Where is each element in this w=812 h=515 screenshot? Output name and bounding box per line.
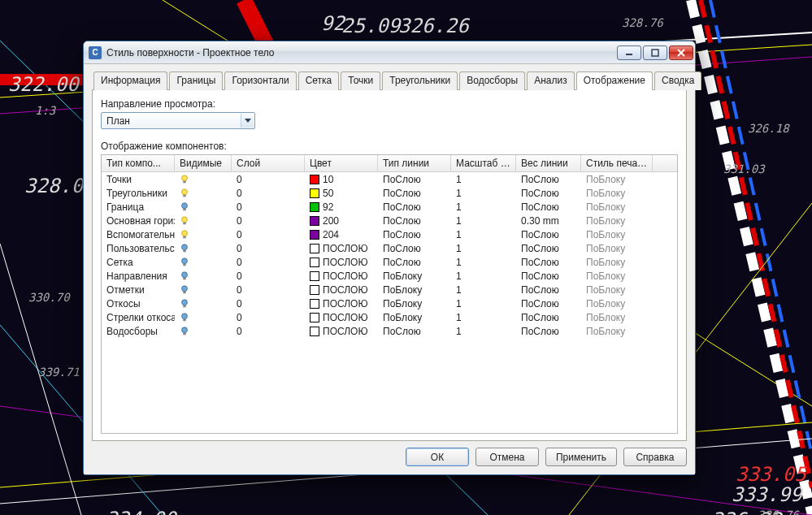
grid-cell[interactable]: ПоСлою: [516, 243, 581, 254]
grid-cell[interactable]: Отметки: [102, 284, 175, 296]
grid-cell[interactable]: [175, 258, 232, 267]
color-swatch[interactable]: [310, 313, 319, 322]
apply-button[interactable]: Применить: [545, 448, 617, 466]
cancel-button[interactable]: Отмена: [475, 448, 539, 466]
grid-cell[interactable]: ПоБлоку: [581, 312, 653, 323]
grid-cell[interactable]: 0: [232, 229, 305, 240]
grid-cell[interactable]: 204: [305, 229, 378, 240]
grid-cell[interactable]: 1: [451, 174, 516, 185]
grid-cell[interactable]: 0: [232, 270, 305, 282]
grid-cell[interactable]: Водосборы: [102, 326, 175, 337]
table-row[interactable]: Вспомогательна0204ПоСлою1ПоСлоюПоБлоку: [102, 227, 677, 241]
color-swatch[interactable]: [310, 327, 319, 336]
color-swatch[interactable]: [310, 244, 319, 253]
grid-cell[interactable]: ПоСлою: [516, 284, 581, 296]
grid-cell[interactable]: [175, 244, 232, 253]
grid-cell[interactable]: ПоСлою: [516, 188, 581, 199]
grid-cell[interactable]: ПОСЛОЮ: [305, 312, 378, 323]
color-swatch[interactable]: [310, 258, 319, 267]
bulb-on-icon[interactable]: [180, 188, 189, 198]
grid-cell[interactable]: 1: [451, 326, 516, 337]
grid-cell[interactable]: [175, 230, 232, 240]
grid-cell[interactable]: 0: [232, 298, 305, 309]
maximize-button[interactable]: [643, 45, 667, 60]
grid-cell[interactable]: Точки: [102, 174, 175, 185]
grid-cell[interactable]: ПоСлою: [516, 298, 581, 309]
bulb-off-icon[interactable]: [180, 299, 189, 309]
table-row[interactable]: Основная гориз0200ПоСлою10.30 mmПоБлоку: [102, 214, 677, 227]
grid-cell[interactable]: 10: [305, 174, 378, 185]
grid-cell[interactable]: ПоБлоку: [581, 201, 653, 213]
grid-cell[interactable]: ПоБлоку: [581, 270, 653, 282]
color-swatch[interactable]: [310, 216, 319, 226]
tab-Горизонтали[interactable]: Горизонтали: [224, 71, 296, 90]
color-swatch[interactable]: [310, 271, 319, 281]
table-row[interactable]: Водосборы0ПОСЛОЮПоСлою1ПоСлоюПоБлоку: [102, 324, 677, 338]
color-swatch[interactable]: [310, 202, 319, 212]
table-row[interactable]: Сетка0ПОСЛОЮПоСлою1ПоСлоюПоБлоку: [102, 255, 677, 269]
bulb-off-icon[interactable]: [180, 258, 189, 267]
grid-cell[interactable]: ПоБлоку: [378, 298, 451, 309]
bulb-off-icon[interactable]: [180, 271, 189, 281]
bulb-on-icon[interactable]: [180, 175, 189, 184]
grid-cell[interactable]: [175, 299, 232, 309]
grid-cell[interactable]: [175, 285, 232, 295]
column-header[interactable]: Стиль печати: [581, 155, 653, 171]
table-row[interactable]: Стрелки откоса0ПОСЛОЮПоБлоку1ПоСлоюПоБло…: [102, 310, 677, 324]
components-grid[interactable]: Тип компо...ВидимыеСлойЦветТип линииМасш…: [101, 154, 678, 434]
help-button[interactable]: Справка: [623, 448, 687, 466]
grid-cell[interactable]: 1: [451, 201, 516, 213]
grid-cell[interactable]: 0: [232, 174, 305, 185]
color-swatch[interactable]: [310, 299, 319, 309]
bulb-off-icon[interactable]: [180, 244, 189, 253]
grid-cell[interactable]: 0: [232, 326, 305, 337]
grid-cell[interactable]: ПоСлою: [516, 326, 581, 337]
grid-cell[interactable]: 0.30 mm: [516, 215, 581, 227]
bulb-on-icon[interactable]: [180, 230, 189, 240]
tab-Сводка[interactable]: Сводка: [654, 71, 702, 90]
grid-cell[interactable]: [175, 327, 232, 336]
grid-cell[interactable]: ПОСЛОЮ: [305, 326, 378, 337]
table-row[interactable]: Граница092ПоСлою1ПоСлоюПоБлоку: [102, 200, 677, 214]
grid-cell[interactable]: ПоСлою: [516, 270, 581, 282]
grid-cell[interactable]: Откосы: [102, 298, 175, 309]
grid-cell[interactable]: Вспомогательна: [102, 229, 175, 240]
titlebar[interactable]: C Стиль поверхности - Проектное тело: [84, 41, 695, 64]
grid-cell[interactable]: ПоСлою: [516, 257, 581, 268]
grid-cell[interactable]: ПОСЛОЮ: [305, 243, 378, 254]
grid-cell[interactable]: 0: [232, 243, 305, 254]
grid-cell[interactable]: [175, 188, 232, 198]
tab-Отображение[interactable]: Отображение: [576, 71, 653, 90]
tab-Треугольники[interactable]: Треугольники: [382, 71, 458, 90]
tab-Сетка[interactable]: Сетка: [298, 71, 340, 90]
minimize-button[interactable]: [617, 45, 641, 60]
grid-cell[interactable]: ПоСлою: [378, 201, 451, 213]
grid-cell[interactable]: [175, 216, 232, 226]
grid-cell[interactable]: Направления: [102, 270, 175, 282]
grid-cell[interactable]: ПоСлою: [378, 257, 451, 268]
grid-cell[interactable]: ПоБлоку: [378, 312, 451, 323]
tab-Информация[interactable]: Информация: [93, 71, 167, 90]
grid-cell[interactable]: 0: [232, 201, 305, 213]
grid-cell[interactable]: ПоБлоку: [581, 298, 653, 309]
grid-cell[interactable]: ПОСЛОЮ: [305, 270, 378, 282]
table-row[interactable]: Отметки0ПОСЛОЮПоБлоку1ПоСлоюПоБлоку: [102, 283, 677, 296]
column-header[interactable]: Слой: [232, 155, 305, 171]
column-header[interactable]: Видимые: [175, 155, 232, 171]
grid-cell[interactable]: Треугольники: [102, 188, 175, 199]
bulb-off-icon[interactable]: [180, 327, 189, 336]
view-direction-combo[interactable]: План: [101, 112, 255, 129]
grid-cell[interactable]: Стрелки откоса: [102, 312, 175, 323]
grid-cell[interactable]: ПОСЛОЮ: [305, 298, 378, 309]
bulb-off-icon[interactable]: [180, 202, 189, 212]
table-row[interactable]: Точки010ПоСлою1ПоСлоюПоБлоку: [102, 172, 677, 186]
grid-cell[interactable]: Граница: [102, 201, 175, 213]
grid-cell[interactable]: 1: [451, 257, 516, 268]
close-button[interactable]: [669, 45, 693, 60]
bulb-on-icon[interactable]: [180, 216, 189, 226]
color-swatch[interactable]: [310, 188, 319, 198]
grid-cell[interactable]: ПоБлоку: [581, 188, 653, 199]
table-row[interactable]: Треугольники050ПоСлою1ПоСлоюПоБлоку: [102, 186, 677, 200]
grid-cell[interactable]: 1: [451, 229, 516, 240]
grid-cell[interactable]: 0: [232, 284, 305, 296]
